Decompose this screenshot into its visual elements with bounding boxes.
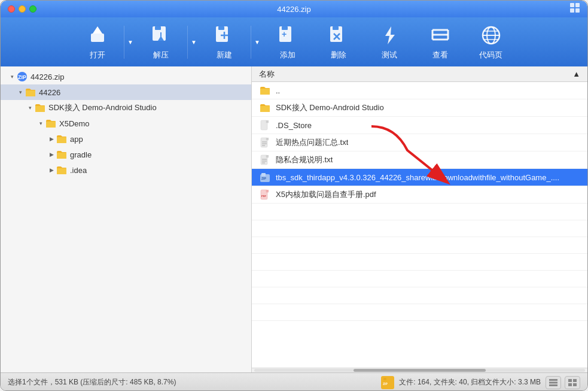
sidebar-item-sdk-demo[interactable]: ▾ SDK接入 Demo-Android Studio	[1, 100, 251, 116]
folder-x5demo-label: X5Demo	[59, 119, 90, 128]
scrollbar-thumb[interactable]	[354, 369, 486, 372]
svg-rect-1	[575, 3, 580, 7]
file-row-tbs-sdk[interactable]: ZIP tbs_sdk_thirdapp_v4.3.0.326_44226_sh…	[252, 169, 587, 186]
view-button[interactable]: 查看	[415, 20, 465, 65]
sidebar-item-idea[interactable]: ▶ .idea	[1, 162, 251, 178]
detail-view-button[interactable]	[565, 376, 580, 389]
toggle-44226[interactable]: ▾	[16, 89, 25, 95]
svg-marker-5	[93, 26, 102, 34]
sidebar-item-44226[interactable]: ▾ 44226	[1, 84, 251, 100]
open-button[interactable]: 打开	[72, 20, 123, 65]
tbs-sdk-icon: ZIP	[259, 171, 271, 183]
scroll-area[interactable]	[252, 368, 587, 372]
maximize-button[interactable]	[29, 5, 36, 13]
root-zip-label: 44226.zip	[31, 72, 64, 81]
file-row-sdk-demo[interactable]: SDK接入 Demo-Android Studio	[252, 99, 587, 117]
new-dropdown[interactable]: ▼	[252, 39, 262, 46]
delete-button[interactable]: 删除	[313, 20, 364, 65]
x5-manual-icon: PDF	[259, 189, 271, 201]
ds-store-label: .DS_Store	[276, 121, 312, 130]
open-label: 打开	[90, 50, 105, 60]
folder-app-icon	[56, 133, 68, 145]
traffic-lights	[8, 5, 36, 13]
close-button[interactable]	[8, 5, 15, 13]
statusbar: 选择1个文件，531 KB (压缩后的尺寸: 485 KB, 8.7%) ZIP…	[1, 372, 587, 391]
toggle-app[interactable]: ▶	[47, 136, 56, 142]
folder-sdk-icon	[34, 102, 46, 114]
folder-idea-label: .idea	[70, 166, 87, 175]
privacy-icon	[259, 154, 271, 166]
ds-store-icon	[259, 119, 271, 131]
test-icon	[377, 23, 401, 47]
folder-app-label: app	[70, 135, 83, 144]
scrollbar-track[interactable]	[254, 369, 585, 372]
sidebar-item-x5demo[interactable]: ▾ X5Demo	[1, 116, 251, 131]
minimize-button[interactable]	[19, 5, 26, 13]
toggle-sdk-demo[interactable]: ▾	[26, 105, 34, 111]
new-icon	[212, 23, 236, 47]
sdk-demo-label: SDK接入 Demo-Android Studio	[276, 102, 384, 113]
test-button[interactable]: 测试	[364, 20, 415, 65]
statusbar-right: ZIP 文件: 164, 文件夹: 40, 归档文件大小: 3.3 MB	[381, 376, 580, 389]
zip-icon: ZIP	[16, 71, 28, 83]
test-label: 测试	[382, 50, 397, 60]
sidebar-item-root-zip[interactable]: ▾ ZIP 44226.zip	[1, 69, 251, 84]
svg-rect-48	[261, 173, 266, 176]
empty-row-1	[252, 204, 587, 220]
svg-text:+: +	[282, 29, 287, 39]
sdk-demo-folder-icon	[259, 102, 271, 114]
svg-rect-59	[568, 379, 572, 382]
file-row-ds-store[interactable]: .DS_Store	[252, 117, 587, 134]
folder-44226-label: 44226	[39, 88, 60, 97]
toggle-x5demo[interactable]: ▾	[36, 120, 45, 126]
sidebar-item-app[interactable]: ▶ app	[1, 131, 251, 147]
toolbar: 打开 ▼ 解压 ▼ 新建	[1, 17, 587, 66]
extract-dropdown[interactable]: ▼	[189, 39, 199, 46]
svg-rect-56	[549, 379, 557, 381]
svg-rect-43	[266, 155, 269, 157]
statusbar-selection-info: 选择1个文件，531 KB (压缩后的尺寸: 485 KB, 8.7%)	[8, 377, 381, 387]
zip-status-icon: ZIP	[381, 376, 394, 389]
add-button[interactable]: + 添加	[262, 20, 313, 65]
new-label: 新建	[217, 50, 232, 60]
hotfix-icon	[259, 137, 271, 148]
svg-rect-2	[570, 8, 574, 13]
titlebar: 44226.zip	[1, 1, 587, 17]
parent-folder-icon	[259, 84, 271, 96]
hotfix-label: 近期热点问题汇总.txt	[276, 137, 348, 148]
sidebar: ▾ ZIP 44226.zip ▾ 44226	[1, 66, 252, 372]
svg-text:ZIP: ZIP	[383, 382, 388, 386]
grid-icon[interactable]	[569, 2, 580, 16]
file-row-x5-manual[interactable]: PDF X5内核加载问题自查手册.pdf	[252, 186, 587, 204]
new-button[interactable]: 新建	[199, 20, 249, 65]
window-title: 44226.zip	[277, 5, 310, 14]
name-column-header: 名称	[259, 69, 275, 80]
codepage-icon	[479, 23, 503, 47]
empty-row-5	[252, 271, 587, 287]
file-row-privacy[interactable]: 隐私合规说明.txt	[252, 151, 587, 169]
toggle-gradle[interactable]: ▶	[47, 151, 56, 157]
open-dropdown[interactable]: ▼	[126, 39, 135, 46]
svg-marker-21	[385, 26, 395, 44]
file-panel-header: 名称 ▲	[252, 66, 587, 82]
x5-manual-label: X5内核加载问题自查手册.pdf	[276, 189, 376, 200]
file-row-parent[interactable]: ..	[252, 82, 587, 99]
main-content: ▾ ZIP 44226.zip ▾ 44226	[1, 66, 587, 372]
empty-row-6	[252, 287, 587, 304]
empty-row-3	[252, 237, 587, 254]
codepage-label: 代码页	[479, 50, 502, 60]
sidebar-item-gradle[interactable]: ▶ gradle	[1, 147, 251, 162]
svg-rect-58	[549, 384, 557, 386]
extract-button[interactable]: 解压	[135, 20, 186, 65]
add-icon: +	[276, 23, 300, 47]
list-view-button[interactable]	[546, 376, 561, 389]
codepage-button[interactable]: 代码页	[465, 20, 516, 65]
toggle-idea[interactable]: ▶	[47, 167, 56, 173]
file-panel: 名称 ▲ ..	[252, 66, 587, 372]
toggle-root[interactable]: ▾	[8, 74, 16, 80]
svg-rect-51	[266, 190, 269, 192]
svg-text:ZIP: ZIP	[18, 74, 26, 80]
statusbar-actions	[546, 376, 580, 389]
file-row-hotfix[interactable]: 近期热点问题汇总.txt	[252, 134, 587, 151]
svg-rect-18	[333, 26, 339, 30]
